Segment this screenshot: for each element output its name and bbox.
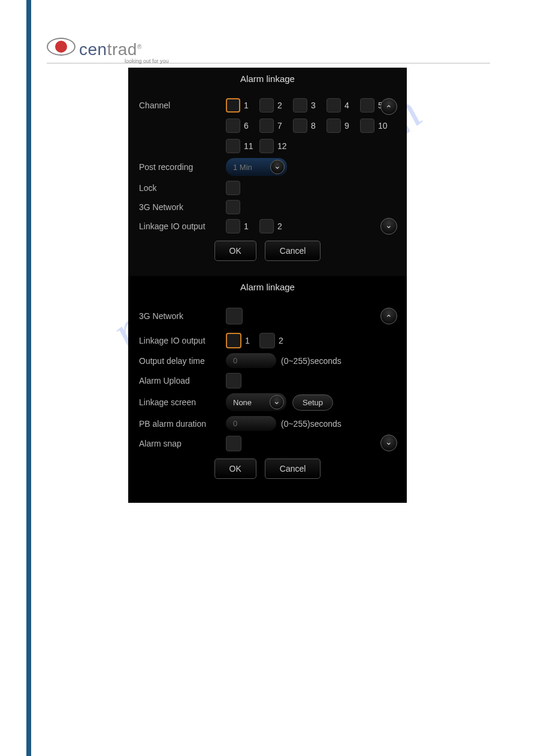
linkage-io-checkbox-2[interactable]: 2	[259, 219, 293, 233]
linkage-io-checkbox-1[interactable]: 1	[226, 219, 259, 233]
linkage-io-label: Linkage IO output	[139, 221, 226, 231]
scroll-up-button[interactable]	[380, 98, 397, 115]
output-delay-row: Output delay time 0 (0~255)seconds	[128, 351, 407, 371]
alarm-linkage-dialog-1: Alarm linkage Channel 1 2 3 4 5 6 7 8 9 …	[128, 68, 407, 278]
ok-button[interactable]: OK	[214, 241, 256, 261]
logo-tagline: looking out for you	[125, 58, 169, 64]
chevron-down-icon	[270, 395, 284, 409]
channel-checkbox-10[interactable]: 10	[360, 119, 394, 133]
alarm-snap-label: Alarm snap	[139, 439, 226, 448]
output-delay-input[interactable]: 0	[226, 353, 276, 368]
linkage-io-label: Linkage IO output	[139, 336, 226, 345]
channel-checkbox-7[interactable]: 7	[259, 119, 293, 133]
channel-checkbox-2[interactable]: 2	[259, 98, 293, 113]
linkage-io-checkbox-2[interactable]: 2	[259, 333, 293, 348]
scroll-down-button[interactable]	[380, 218, 397, 235]
post-recording-row: Post recording 1 Min	[128, 156, 407, 178]
cancel-button[interactable]: Cancel	[265, 241, 321, 261]
pb-alarm-hint: (0~255)seconds	[281, 419, 341, 429]
linkage-screen-row: Linkage screen None Setup	[128, 391, 407, 414]
channel-grid: 1 2 3 4 5 6 7 8 9 10 11 12	[226, 98, 407, 153]
setup-button[interactable]: Setup	[292, 394, 333, 411]
alarm-snap-row: Alarm snap	[128, 433, 407, 454]
post-recording-label: Post recording	[139, 162, 226, 172]
alarm-snap-checkbox[interactable]	[226, 436, 241, 451]
channel-checkbox-11[interactable]: 11	[226, 139, 259, 153]
alarm-upload-checkbox[interactable]	[226, 373, 241, 388]
scroll-down-button[interactable]	[380, 435, 397, 451]
output-delay-label: Output delay time	[139, 356, 226, 366]
channel-label: Channel	[139, 101, 226, 110]
scroll-up-button[interactable]	[380, 308, 397, 324]
3g-network-label: 3G Network	[139, 311, 226, 321]
alarm-upload-row: Alarm Upload	[128, 371, 407, 391]
button-row: OK Cancel	[128, 459, 407, 479]
3g-network-row: 3G Network	[128, 198, 407, 217]
linkage-screen-value: None	[233, 398, 252, 407]
linkage-io-checkbox-1[interactable]: 1	[226, 333, 259, 348]
alarm-linkage-dialog-2: Alarm linkage 3G Network Linkage IO outp…	[128, 276, 407, 503]
pb-alarm-label: PB alarm duration	[139, 419, 226, 429]
linkage-screen-select[interactable]: None	[226, 393, 286, 411]
page-left-bar	[26, 0, 31, 756]
lock-row: Lock	[128, 178, 407, 198]
3g-network-checkbox[interactable]	[226, 308, 243, 324]
channel-checkbox-3[interactable]: 3	[293, 98, 327, 113]
3g-network-checkbox[interactable]	[226, 200, 240, 214]
linkage-io-row: Linkage IO output 1 2	[128, 327, 407, 351]
channel-checkbox-1[interactable]: 1	[226, 98, 259, 113]
button-row: OK Cancel	[128, 241, 407, 261]
alarm-upload-label: Alarm Upload	[139, 376, 226, 385]
logo: centrad®	[47, 38, 490, 59]
logo-eye-icon	[47, 38, 75, 56]
lock-label: Lock	[139, 183, 226, 193]
channel-checkbox-9[interactable]: 9	[327, 119, 360, 133]
post-recording-select[interactable]: 1 Min	[226, 158, 287, 176]
pb-alarm-input[interactable]: 0	[226, 416, 276, 431]
channel-checkbox-8[interactable]: 8	[293, 119, 327, 133]
linkage-screen-label: Linkage screen	[139, 397, 226, 407]
pb-alarm-row: PB alarm duration 0 (0~255)seconds	[128, 414, 407, 433]
output-delay-hint: (0~255)seconds	[281, 356, 341, 366]
dialog-title: Alarm linkage	[128, 276, 407, 298]
channel-checkbox-4[interactable]: 4	[327, 98, 360, 113]
logo-text: centrad®	[79, 40, 142, 59]
post-recording-value: 1 Min	[233, 163, 252, 172]
channel-checkbox-6[interactable]: 6	[226, 119, 259, 133]
ok-button[interactable]: OK	[214, 459, 256, 479]
channel-row: Channel 1 2 3 4 5 6 7 8 9 10 11 12	[128, 90, 407, 156]
linkage-io-row: Linkage IO output 1 2	[128, 217, 407, 236]
lock-checkbox[interactable]	[226, 181, 240, 195]
3g-network-row: 3G Network	[128, 298, 407, 327]
logo-area: centrad® looking out for you	[47, 38, 490, 63]
chevron-down-icon	[270, 160, 285, 174]
dialog-title: Alarm linkage	[128, 68, 407, 90]
3g-network-label: 3G Network	[139, 202, 226, 212]
cancel-button[interactable]: Cancel	[265, 459, 321, 479]
channel-checkbox-12[interactable]: 12	[259, 139, 293, 153]
